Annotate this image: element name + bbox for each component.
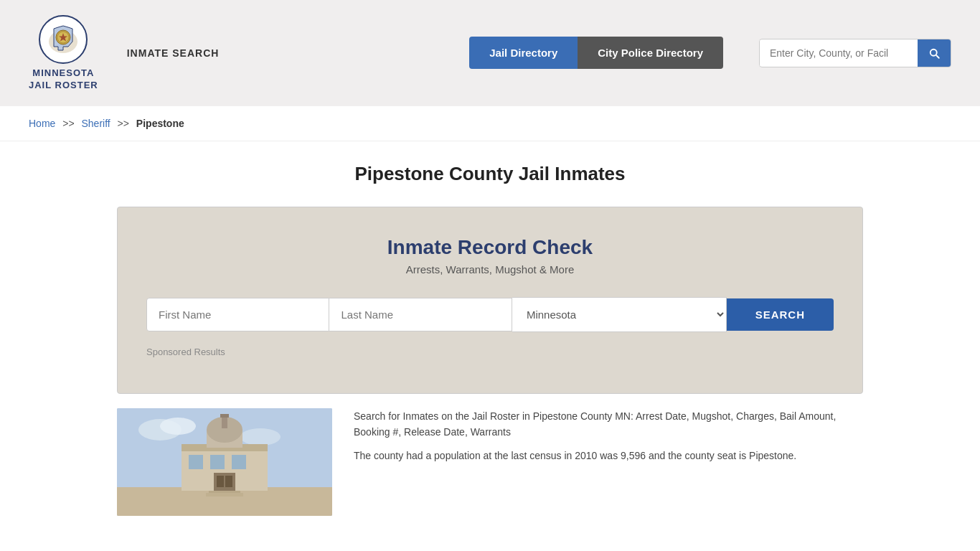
- jail-directory-button[interactable]: Jail Directory: [469, 37, 578, 69]
- svg-rect-14: [232, 455, 246, 469]
- page-title-area: Pipestone County Jail Inmates: [0, 141, 980, 199]
- record-check-form: Minnesota Alabama Alaska Arizona Arkansa…: [146, 297, 834, 332]
- city-police-directory-button[interactable]: City Police Directory: [578, 37, 723, 69]
- svg-point-8: [240, 428, 281, 446]
- svg-rect-12: [189, 455, 203, 469]
- page-title: Pipestone County Jail Inmates: [29, 163, 951, 185]
- logo-text: MINNESOTA JAIL ROSTER: [29, 67, 98, 92]
- breadcrumb-sep2: >>: [118, 118, 129, 129]
- header-search-area: [759, 39, 951, 67]
- state-select[interactable]: Minnesota Alabama Alaska Arizona Arkansa…: [512, 297, 727, 332]
- svg-rect-18: [220, 414, 229, 418]
- search-icon: [928, 47, 941, 60]
- breadcrumb-sheriff[interactable]: Sheriff: [82, 118, 110, 129]
- building-image: [117, 408, 332, 516]
- svg-rect-13: [210, 455, 225, 469]
- record-check-container: Inmate Record Check Arrests, Warrants, M…: [117, 207, 863, 394]
- logo-icon: [38, 14, 88, 65]
- last-name-input[interactable]: [329, 298, 512, 331]
- content-description: Search for Inmates on the Jail Roster in…: [354, 408, 863, 441]
- svg-rect-21: [225, 476, 232, 487]
- record-check-title: Inmate Record Check: [146, 236, 834, 259]
- record-search-button[interactable]: SEARCH: [727, 298, 834, 331]
- record-check-subtitle: Arrests, Warrants, Mugshot & More: [146, 263, 834, 276]
- first-name-input[interactable]: [146, 298, 329, 331]
- breadcrumb-sep1: >>: [62, 118, 74, 129]
- header-search-input[interactable]: [760, 40, 918, 66]
- content-description2: The county had a population at the last …: [354, 448, 863, 463]
- logo-link[interactable]: MINNESOTA JAIL ROSTER: [29, 14, 98, 92]
- content-section: Search for Inmates on the Jail Roster in…: [88, 408, 892, 545]
- svg-rect-23: [206, 493, 243, 496]
- breadcrumb: Home >> Sheriff >> Pipestone: [0, 106, 980, 141]
- content-text-area: Search for Inmates on the Jail Roster in…: [354, 408, 863, 471]
- header: MINNESOTA JAIL ROSTER INMATE SEARCH Jail…: [0, 0, 980, 106]
- building-illustration: [117, 408, 332, 516]
- breadcrumb-home[interactable]: Home: [29, 118, 55, 129]
- nav-buttons: Jail Directory City Police Directory: [469, 37, 723, 69]
- sponsored-results-label: Sponsored Results: [146, 347, 834, 357]
- header-search-button[interactable]: [918, 39, 951, 67]
- svg-point-7: [160, 418, 196, 435]
- svg-rect-20: [217, 476, 224, 487]
- breadcrumb-current: Pipestone: [136, 118, 184, 129]
- inmate-search-label: INMATE SEARCH: [127, 47, 220, 59]
